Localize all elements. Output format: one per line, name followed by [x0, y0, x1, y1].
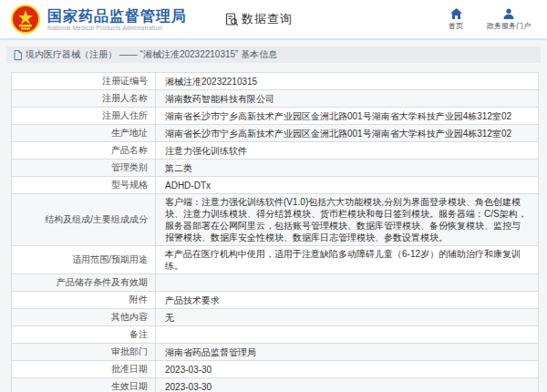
table-row: 型号规格ADHD-DTx	[12, 177, 539, 194]
field-label: 审批部门	[12, 344, 156, 361]
site-subtitle: National Medical Products Administration	[47, 25, 187, 31]
field-value: ADHD-DTx	[156, 177, 539, 194]
document-icon	[14, 50, 22, 60]
table-row: 注册人名称湖南数药智能科技有限公司	[12, 90, 539, 108]
table-row: 结构及组成/主要组成成分客户端：注意力强化训练软件(V1.0)包括六大功能模块,…	[12, 194, 539, 246]
field-value	[156, 274, 539, 292]
field-value: 第二类	[156, 160, 539, 177]
field-label: 注册人名称	[12, 90, 156, 108]
brand: 国家药品监督管理局 National Medical Products Admi…	[47, 8, 187, 31]
field-value: 湖南省长沙市宁乡高新技术产业园区金洲北路001号湖南省大学科技产业园4栋312室…	[156, 108, 539, 125]
nav-item-portal[interactable]: 政务服务门户	[487, 8, 531, 31]
field-label: 附件	[12, 292, 156, 309]
breadcrumb-text: 境内医疗器械（注册） —— “湘械注准20232210315” 基本信息	[26, 48, 277, 61]
table-row: 产品名称注意力强化训练软件	[12, 142, 539, 160]
field-value: 产品技术要求	[156, 292, 539, 309]
field-label: 管理类别	[12, 160, 156, 177]
field-label: 型号规格	[12, 177, 156, 194]
site-title: 国家药品监督管理局	[47, 8, 187, 25]
user-icon	[503, 8, 514, 19]
table-row: 产品储存条件及有效期	[12, 274, 539, 292]
table-row: 批准日期2023-03-30	[12, 361, 539, 378]
field-label: 其他内容	[12, 309, 156, 326]
table-row: 其他内容无	[12, 309, 539, 326]
table-row: 生效日期2023-03-30	[12, 378, 539, 392]
field-label: 产品名称	[12, 142, 156, 160]
field-label: 结构及组成/主要组成成分	[12, 194, 156, 246]
top-nav: 首页 政务服务门户	[449, 8, 531, 31]
header: 国家药品监督管理局 National Medical Products Admi…	[0, 0, 547, 40]
table-row: 备注	[12, 326, 539, 344]
field-value: 2023-03-30	[156, 361, 539, 378]
field-value: 湘械注准20232210315	[156, 73, 539, 90]
nav-item-label: 政务服务门户	[487, 21, 531, 31]
field-label: 注册人住所	[12, 108, 156, 125]
field-value: 湖南省药品监督管理局	[156, 344, 539, 361]
table-row: 管理类别第二类	[12, 160, 539, 177]
field-label: 生效日期	[12, 378, 156, 392]
field-label: 产品储存条件及有效期	[12, 274, 156, 292]
data-query-link[interactable]: 数据查询	[225, 11, 293, 27]
field-value: 注意力强化训练软件	[156, 142, 539, 160]
field-value: 客户端：注意力强化训练软件(V1.0)包括六大功能模块,分别为界面登录模块、角色…	[156, 194, 539, 246]
info-table-body: 注册证编号湘械注准20232210315注册人名称湖南数药智能科技有限公司注册人…	[12, 73, 539, 392]
table-row: 注册证编号湘械注准20232210315	[12, 73, 539, 90]
nav-item-label: 首页	[449, 21, 463, 31]
field-label: 备注	[12, 326, 156, 344]
nav-item-home[interactable]: 首页	[449, 8, 463, 31]
field-label: 适用范围/预期用途	[12, 246, 156, 274]
field-value: 本产品在医疗机构中使用，适用于注意缺陷多动障碍儿童（6-12岁）的辅助治疗和康复…	[156, 246, 539, 274]
field-value: 湖南省长沙市宁乡高新技术产业园区金洲北路001号湖南省大学科技产业园4栋312室…	[156, 125, 539, 142]
breadcrumb: 境内医疗器械（注册） —— “湘械注准20232210315” 基本信息	[6, 46, 541, 63]
table-row: 生产地址湖南省长沙市宁乡高新技术产业园区金洲北路001号湖南省大学科技产业园4栋…	[12, 125, 539, 142]
home-icon	[450, 8, 462, 19]
data-query-label: 数据查询	[242, 11, 293, 27]
table-row: 审批部门湖南省药品监督管理局	[12, 344, 539, 361]
table-row: 附件产品技术要求	[12, 292, 539, 309]
field-value	[156, 326, 539, 344]
national-emblem-icon	[11, 5, 40, 34]
search-document-icon	[225, 13, 239, 26]
table-row: 注册人住所湖南省长沙市宁乡高新技术产业园区金洲北路001号湖南省大学科技产业园4…	[12, 108, 539, 125]
field-value: 无	[156, 309, 539, 326]
field-value: 湖南数药智能科技有限公司	[156, 90, 539, 108]
registration-info-table: 注册证编号湘械注准20232210315注册人名称湖南数药智能科技有限公司注册人…	[11, 72, 539, 392]
table-row: 适用范围/预期用途本产品在医疗机构中使用，适用于注意缺陷多动障碍儿童（6-12岁…	[12, 246, 539, 274]
field-label: 批准日期	[12, 361, 156, 378]
field-label: 注册证编号	[12, 73, 156, 90]
field-value: 2023-03-30	[156, 378, 539, 392]
field-label: 生产地址	[12, 125, 156, 142]
